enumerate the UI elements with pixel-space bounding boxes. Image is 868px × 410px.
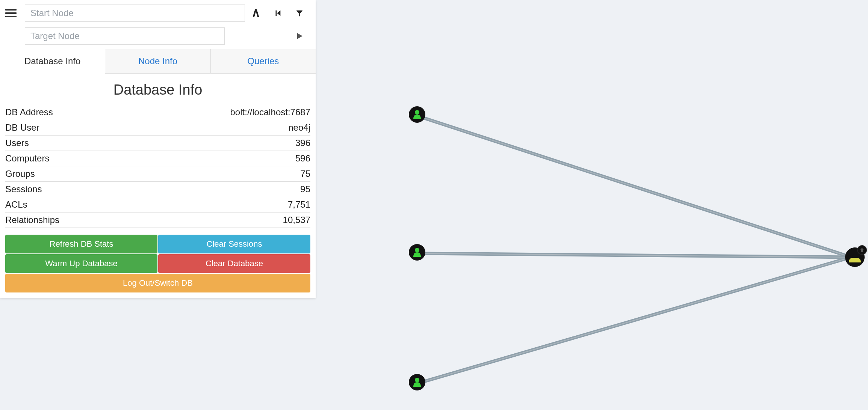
stat-value: 7,751 <box>288 199 310 210</box>
graph-node-user[interactable] <box>409 374 425 390</box>
graph-node-user[interactable] <box>409 106 425 123</box>
graph-node-user[interactable] <box>409 244 425 261</box>
clear-database-button[interactable]: Clear Database <box>158 254 310 273</box>
stat-db-address: DB Address bolt://localhost:7687 <box>5 105 310 120</box>
tab-node-info[interactable]: Node Info <box>105 49 210 73</box>
clear-sessions-button[interactable]: Clear Sessions <box>158 235 310 253</box>
stat-value: 10,537 <box>283 215 310 225</box>
stat-users: Users 396 <box>5 136 310 151</box>
stat-relationships: Relationships 10,537 <box>5 213 310 228</box>
stat-sessions: Sessions 95 <box>5 182 310 197</box>
tabs: Database Info Node Info Queries <box>0 49 316 74</box>
warm-up-database-button[interactable]: Warm Up Database <box>5 254 157 273</box>
button-grid: Refresh DB Stats Clear Sessions Warm Up … <box>5 235 310 292</box>
stat-label: DB Address <box>5 107 53 118</box>
stat-value: 396 <box>295 138 310 148</box>
refresh-db-stats-button[interactable]: Refresh DB Stats <box>5 235 157 253</box>
pathfinding-icon[interactable] <box>245 5 267 22</box>
menu-icon[interactable] <box>5 9 17 17</box>
stat-computers: Computers 596 <box>5 151 310 166</box>
stat-value: 596 <box>295 153 310 164</box>
panel-title: Database Info <box>5 82 310 98</box>
stat-value: 95 <box>300 184 310 194</box>
graph-edge <box>419 253 851 257</box>
stat-label: Relationships <box>5 215 59 225</box>
stat-db-user: DB User neo4j <box>5 120 310 136</box>
search-row <box>0 0 316 25</box>
graph-edge <box>419 116 851 257</box>
panel-body: Database Info DB Address bolt://localhos… <box>0 74 316 298</box>
svg-point-3 <box>415 248 419 252</box>
stat-groups: Groups 75 <box>5 166 310 182</box>
stat-label: ACLs <box>5 199 27 210</box>
tab-queries[interactable]: Queries <box>211 49 316 73</box>
svg-point-5 <box>415 378 419 382</box>
stat-value: neo4j <box>288 122 310 133</box>
graph-edge <box>419 257 851 383</box>
stat-value: bolt://localhost:7687 <box>230 107 310 118</box>
filter-icon[interactable] <box>289 5 310 22</box>
graph-node-group[interactable] <box>845 246 866 267</box>
logout-switch-db-button[interactable]: Log Out/Switch DB <box>5 274 310 292</box>
stat-label: Sessions <box>5 184 42 194</box>
start-node-input[interactable] <box>25 5 245 22</box>
graph-edge <box>419 253 851 257</box>
graph-edge <box>419 116 851 257</box>
stat-label: Users <box>5 138 29 148</box>
stat-label: Computers <box>5 153 49 164</box>
tab-database-info[interactable]: Database Info <box>0 49 105 74</box>
target-row <box>0 25 316 49</box>
stat-label: Groups <box>5 169 35 179</box>
back-icon[interactable] <box>267 5 289 22</box>
play-icon[interactable] <box>289 27 310 45</box>
stat-acls: ACLs 7,751 <box>5 197 310 213</box>
stat-value: 75 <box>300 169 310 179</box>
graph-edge <box>419 257 851 383</box>
stat-label: DB User <box>5 122 39 133</box>
left-panel: Database Info Node Info Queries Database… <box>0 0 316 298</box>
target-node-input[interactable] <box>25 27 225 45</box>
svg-point-1 <box>415 110 419 115</box>
